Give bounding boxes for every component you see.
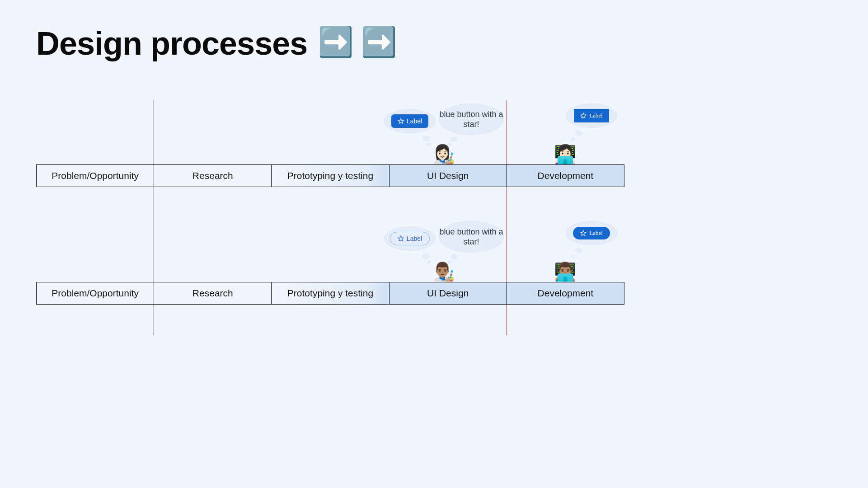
bubble-trail-dot [427, 260, 431, 264]
stage-label: UI Design [427, 170, 469, 181]
example-button-pill: Label [573, 227, 610, 239]
example-button-square: Label [574, 109, 609, 122]
stage-label: UI Design [427, 288, 469, 299]
button-label: Label [589, 230, 603, 237]
star-icon [398, 118, 404, 124]
svg-marker-2 [398, 236, 404, 241]
button-label: Label [407, 117, 422, 125]
star-icon [580, 113, 586, 119]
stage-label: Research [192, 288, 233, 299]
bubble-trail-dot [571, 137, 575, 141]
persona-developer-1: 👩🏻‍💻 [554, 144, 577, 165]
speech-bubble-2: blue button with a star! [439, 221, 504, 253]
speech-text: blue button with a star! [439, 109, 504, 130]
stage-label: Prototyping y testing [287, 288, 373, 299]
stage-cell: Research [154, 282, 272, 304]
slide-title: Design processes ➡️ ➡️ [36, 25, 397, 62]
stage-cell: Problem/Opportunity [37, 165, 154, 187]
bubble-trail-dot [450, 136, 458, 142]
stage-label: Problem/Opportunity [52, 170, 139, 181]
thought-bubble-button-1: Label [384, 109, 436, 133]
stage-cell: Problem/Opportunity [37, 282, 154, 304]
button-label: Label [407, 235, 422, 242]
speech-text: blue button with a star! [439, 227, 504, 247]
stage-cell: Prototyping y testing [272, 282, 389, 304]
slide-title-text: Design processes [36, 25, 307, 61]
bubble-trail-dot [427, 143, 431, 146]
bubble-trail-dot [571, 255, 575, 258]
star-icon [580, 230, 586, 236]
stage-cell: Development [507, 165, 624, 187]
svg-marker-1 [581, 113, 586, 118]
stage-cell: Prototyping y testing [272, 165, 389, 187]
bubble-trail-dot [422, 136, 430, 141]
button-label: Label [589, 112, 603, 119]
persona-designer-2: 👨🏽‍🎨 [432, 261, 455, 282]
bubble-trail-dot [450, 254, 458, 259]
svg-marker-3 [581, 230, 586, 235]
speech-bubble-1: blue button with a star! [439, 103, 504, 135]
thought-bubble-button-2: Label [384, 226, 436, 251]
thought-bubble-button-dev-2: Label [566, 221, 617, 245]
svg-marker-0 [398, 118, 404, 123]
slide-canvas: Design processes ➡️ ➡️ Label blue button… [0, 0, 868, 488]
example-button-filled: Label [391, 114, 428, 128]
stage-cell: Research [154, 165, 272, 187]
star-icon [398, 235, 404, 242]
arrow-emoji: ➡️ ➡️ [318, 26, 397, 58]
stage-label: Problem/Opportunity [52, 288, 139, 299]
thought-bubble-button-dev-1: Label [566, 103, 617, 128]
bubble-trail-dot [575, 248, 583, 253]
stage-label: Prototyping y testing [287, 170, 373, 181]
bubble-trail-dot [575, 130, 583, 136]
stage-cell: UI Design [389, 282, 507, 304]
stage-label: Development [538, 170, 594, 181]
stage-cell: UI Design [389, 165, 507, 187]
persona-designer-1: 👩🏻‍🎨 [432, 144, 455, 165]
stage-label: Development [538, 288, 594, 299]
stage-label: Research [192, 170, 233, 181]
example-button-outline: Label [390, 232, 430, 245]
process-bar-1: Problem/Opportunity Research Prototyping… [36, 164, 624, 187]
persona-developer-2: 👨🏽‍💻 [554, 261, 577, 282]
bubble-trail-dot [422, 253, 430, 259]
stage-cell: Development [507, 282, 624, 304]
process-bar-2: Problem/Opportunity Research Prototyping… [36, 282, 624, 305]
